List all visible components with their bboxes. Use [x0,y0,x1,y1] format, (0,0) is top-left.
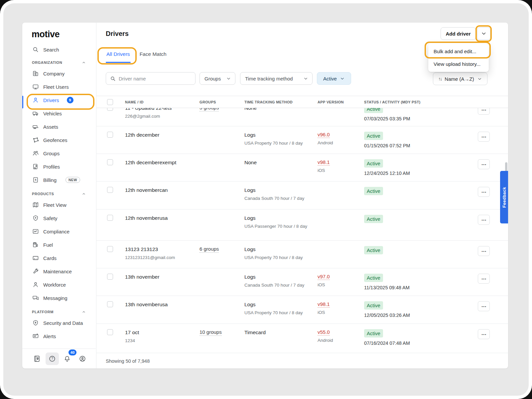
account-button[interactable] [76,352,89,365]
time-tracking-method-filter[interactable]: Time tracking method [240,72,313,85]
sidebar-item-label: Fuel [43,242,53,248]
row-checkbox[interactable] [107,187,113,193]
sidebar-item-alerts[interactable]: Alerts [22,330,96,343]
add-driver-button[interactable]: Add driver [441,27,476,40]
sidebar-item-drivers[interactable]: Drivers9 [22,93,96,107]
sidebar-item-billing[interactable]: $BillingNEW [22,173,96,187]
table-row: 11 - Updated 22-tets226@2gmail.com3 grou… [96,108,508,126]
sidebar-item-fuel[interactable]: Fuel [22,238,96,251]
groups-cell: 3 groups [200,108,219,111]
sidebar-item-label: Alerts [43,333,56,339]
row-checkbox[interactable] [107,274,113,280]
row-actions-button[interactable]: ⋯ [478,187,490,197]
sidebar-item-label: Fleet Users [43,84,69,90]
row-checkbox[interactable] [107,108,113,111]
groups-link[interactable]: 3 groups [200,108,219,111]
search-icon [32,46,39,53]
time-tracking-method: Logs [244,132,309,138]
driver-name: 11 - Updated 22-tets [125,108,197,111]
row-checkbox[interactable] [107,132,113,138]
status-cell: Active [364,246,464,254]
table-body: 11 - Updated 22-tets226@2gmail.com3 grou… [96,108,508,353]
sidebar-item-label: Compliance [43,229,69,234]
select-all-checkbox[interactable] [107,99,113,105]
help-button[interactable]: ? [46,352,59,365]
row-actions-button[interactable]: ⋯ [478,215,490,225]
sidebar-section-products[interactable]: PRODUCTS [22,190,96,198]
sidebar-section-label: PLATFORM [32,310,54,314]
status-badge: Active [364,187,383,195]
column-header-app-version: APP VERSION [318,100,344,104]
sidebar-item-safety[interactable]: Safety [22,211,96,225]
feedback-tab[interactable]: Feedback [500,171,508,223]
row-actions-button[interactable]: ⋯ [478,329,490,339]
app-version-link[interactable]: v98.1 [318,159,330,166]
time-tracking-rule: Canada South 70 hour / 7 day [244,196,309,201]
sidebar-item-compliance[interactable]: Compliance [22,225,96,238]
sidebar-item-company[interactable]: Company [22,67,96,80]
groups-link[interactable]: 6 groups [200,246,219,253]
row-checkbox[interactable] [107,246,113,252]
profiles-icon [32,163,39,170]
menu-item-bulk-add[interactable]: Bulk add and edit... [428,45,489,58]
sidebar-item-label: Fleet View [43,202,66,208]
row-actions-button[interactable]: ⋯ [478,108,490,115]
sidebar-item-security-and-data[interactable]: Security and Data [22,316,96,330]
notification-count-badge: 40 [68,349,76,355]
sort-button[interactable]: ↑↓ Name (A→Z) [433,72,487,85]
row-actions-button[interactable]: ⋯ [478,159,490,169]
sidebar-item-profiles[interactable]: Profiles [22,160,96,173]
row-actions-button[interactable]: ⋯ [478,246,490,256]
row-checkbox[interactable] [107,159,113,165]
tab-face-match[interactable]: Face Match [139,49,167,63]
driver-name-search[interactable] [106,72,196,85]
sidebar-item-label: Cards [43,255,57,261]
workforce-icon [32,281,39,288]
time-tracking-method: Logs [244,301,309,308]
sidebar-item-assets[interactable]: Assets [22,120,96,133]
app-version-link[interactable]: v55.0 [318,329,330,335]
app-version-link[interactable]: v98.1 [318,301,330,308]
row-actions-button[interactable]: ⋯ [478,274,490,284]
status-cell: Active12/05/2025 03:26 AM [364,301,464,318]
chevron-down-icon [303,76,308,81]
add-driver-caret-button[interactable] [477,27,490,40]
groups-filter[interactable]: Groups [200,72,235,85]
status-filter-active[interactable]: Active [317,72,351,85]
row-checkbox[interactable] [107,215,113,221]
sidebar-item-messaging[interactable]: Messaging [22,291,96,305]
sidebar-item-cards[interactable]: Cards [22,251,96,265]
notifications-button[interactable]: 40 [61,352,74,365]
row-checkbox[interactable] [107,329,113,335]
sidebar-item-search[interactable]: Search [22,44,96,55]
app-version-cell: v96.0Android [318,132,361,146]
app-version-cell: v98.1iOS [318,159,361,174]
app-version-link[interactable]: v96.0 [318,132,330,138]
groups-link[interactable]: 10 groups [200,329,222,336]
company-icon [32,70,39,77]
sidebar-item-vehicles[interactable]: Vehicles [22,107,96,120]
sidebar-section-label: PRODUCTS [32,192,54,196]
sidebar-item-maintenance[interactable]: Maintenance [22,265,96,278]
address-book-button[interactable] [30,352,44,365]
menu-item-view-upload-history[interactable]: View upload history... [428,58,489,70]
sidebar-section-platform[interactable]: PLATFORM [22,308,96,316]
row-actions-button[interactable]: ⋯ [478,301,490,311]
sidebar-item-fleet-users[interactable]: Fleet Users [22,80,96,93]
name-cell: 12th novembercan [125,187,197,193]
account-icon [79,355,86,362]
table-row: 13123 2131231231231231@gmail.com6 groups… [96,241,508,268]
driver-name-input[interactable] [119,76,192,81]
sidebar-section-organization[interactable]: ORGANIZATION [22,58,96,67]
drivers-count-badge: 9 [67,97,73,103]
app-version-link[interactable]: v97.0 [318,274,330,280]
row-actions-button[interactable]: ⋯ [478,132,490,142]
status-cell: Active [364,215,464,223]
sidebar-item-groups[interactable]: Groups [22,147,96,160]
sidebar-item-workforce[interactable]: Workforce [22,278,96,291]
tab-all-drivers[interactable]: All Drivers [106,49,131,63]
time-tracking-cell: Timecard [244,329,309,335]
sidebar-item-fleet-view[interactable]: Fleet View [22,198,96,211]
sidebar-item-geofences[interactable]: Geofences [22,133,96,147]
row-checkbox[interactable] [107,301,113,307]
